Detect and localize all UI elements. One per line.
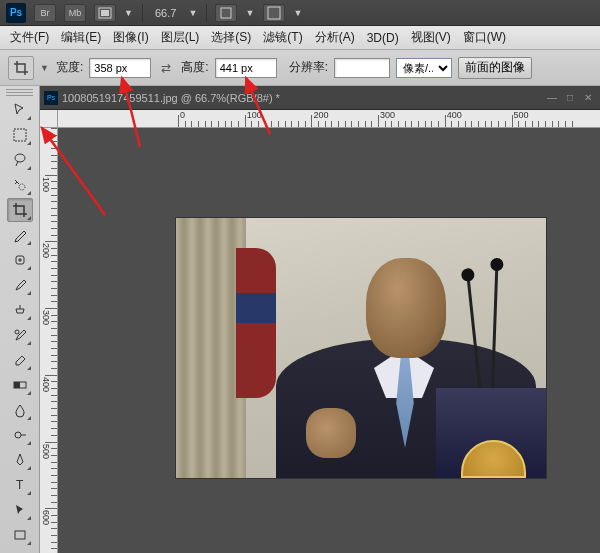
menu-3d[interactable]: 3D(D) [361,29,405,47]
menu-select[interactable]: 选择(S) [205,27,257,48]
blur-tool[interactable] [7,398,33,422]
spot-healing-tool[interactable] [7,248,33,272]
width-label: 宽度: [56,59,83,76]
svg-point-8 [15,330,19,334]
svg-point-11 [15,432,21,438]
rectangle-tool[interactable] [7,523,33,547]
document-image[interactable] [176,218,546,478]
svg-rect-2 [221,8,231,18]
crop-tool[interactable] [7,198,33,222]
svg-rect-1 [101,10,109,16]
height-label: 高度: [181,59,208,76]
svg-rect-4 [14,129,26,141]
svg-text:T: T [16,478,24,492]
document-tab-title[interactable]: 1008051917459511.jpg @ 66.7%(RGB/8#) * [62,92,544,104]
view-extras-button[interactable] [94,4,116,22]
menu-filter[interactable]: 滤镜(T) [257,27,308,48]
history-brush-tool[interactable] [7,323,33,347]
app-title-bar: Ps Br Mb ▼ 66.7 ▼ ▼ ▼ [0,0,600,26]
pen-tool[interactable] [7,448,33,472]
zoom-level[interactable]: 66.7 [151,7,180,19]
svg-rect-3 [268,7,280,19]
menu-file[interactable]: 文件(F) [4,27,55,48]
bridge-button[interactable]: Br [34,4,56,22]
resolution-input[interactable] [334,58,390,78]
photoshop-doc-icon: Ps [44,91,58,105]
quick-selection-tool[interactable] [7,173,33,197]
chevron-down-icon: ▼ [124,8,134,18]
hand-tool-button[interactable] [215,4,237,22]
height-input[interactable] [215,58,277,78]
screen-mode-button[interactable] [263,4,285,22]
crop-tool-preset-icon[interactable] [8,56,34,80]
canvas-area: Ps 1008051917459511.jpg @ 66.7%(RGB/8#) … [40,86,600,553]
front-image-button[interactable]: 前面的图像 [458,57,532,79]
svg-point-5 [15,154,25,162]
eraser-tool[interactable] [7,348,33,372]
tool-options-bar: ▼ 宽度: ⇄ 高度: 分辨率: 像素/... 前面的图像 [0,50,600,86]
menu-edit[interactable]: 编辑(E) [55,27,107,48]
marquee-tool[interactable] [7,123,33,147]
svg-point-6 [19,184,25,190]
tools-panel: T [0,86,40,553]
resolution-label: 分辨率: [289,59,328,76]
brush-tool[interactable] [7,273,33,297]
type-tool[interactable]: T [7,473,33,497]
photoshop-logo-icon: Ps [6,3,26,23]
ruler-origin[interactable] [40,110,58,128]
work-area: T Ps 1008051917459511.jpg @ 66.7%(RGB/8#… [0,86,600,553]
close-button[interactable]: ✕ [580,91,596,105]
minimize-button[interactable]: — [544,91,560,105]
mini-bridge-button[interactable]: Mb [64,4,86,22]
menu-view[interactable]: 视图(V) [405,27,457,48]
document-tab-bar: Ps 1008051917459511.jpg @ 66.7%(RGB/8#) … [40,86,600,110]
svg-rect-10 [14,382,20,388]
eyedropper-tool[interactable] [7,223,33,247]
vertical-ruler[interactable]: 0100200300400500600 [40,128,58,553]
menu-image[interactable]: 图像(I) [107,27,154,48]
horizontal-ruler[interactable]: 0100200300400500 [58,110,600,128]
maximize-button[interactable]: □ [562,91,578,105]
chevron-down-icon: ▼ [188,8,198,18]
panel-grip-icon[interactable] [6,88,33,96]
dodge-tool[interactable] [7,423,33,447]
chevron-down-icon: ▼ [245,8,255,18]
gradient-tool[interactable] [7,373,33,397]
clone-stamp-tool[interactable] [7,298,33,322]
chevron-down-icon: ▼ [40,63,50,73]
swap-dimensions-button[interactable]: ⇄ [157,59,175,77]
resolution-unit-select[interactable]: 像素/... [396,58,452,78]
move-tool[interactable] [7,98,33,122]
menu-layer[interactable]: 图层(L) [155,27,206,48]
svg-rect-13 [15,531,25,539]
path-selection-tool[interactable] [7,498,33,522]
lasso-tool[interactable] [7,148,33,172]
menu-bar: 文件(F) 编辑(E) 图像(I) 图层(L) 选择(S) 滤镜(T) 分析(A… [0,26,600,50]
width-input[interactable] [89,58,151,78]
menu-analysis[interactable]: 分析(A) [309,27,361,48]
canvas[interactable] [58,128,600,553]
menu-window[interactable]: 窗口(W) [457,27,512,48]
chevron-down-icon: ▼ [293,8,303,18]
